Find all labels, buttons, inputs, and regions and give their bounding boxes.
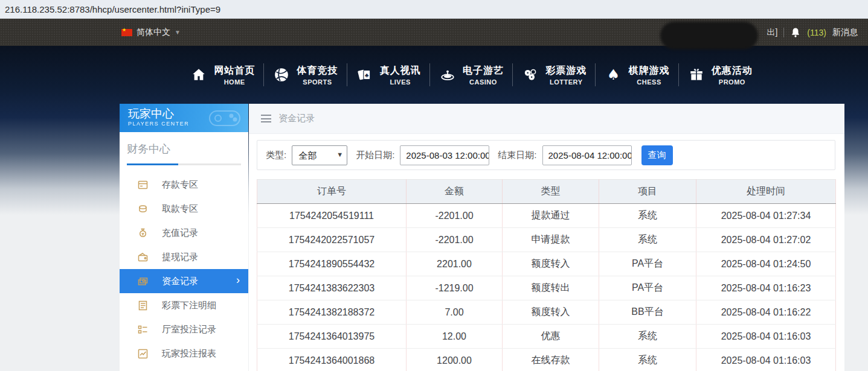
cards-icon: ♣ (356, 67, 374, 83)
table-cell: 额度转入 (503, 300, 599, 325)
table-cell: 2025-08-04 01:27:34 (696, 204, 836, 228)
withdraw-icon (137, 204, 149, 214)
spade-icon: ♠ (605, 68, 623, 82)
message-count[interactable]: (113) (807, 28, 826, 37)
sidebar-item-label: 提现记录 (162, 252, 198, 263)
nav-item-casino[interactable]: 电子游艺CASINO (430, 58, 512, 92)
table-cell: 12.00 (407, 325, 503, 349)
new-messages-link[interactable]: 新消息 (832, 27, 858, 38)
language-selector[interactable]: 简体中文 ▼ (121, 19, 181, 46)
table-cell: 2025-08-04 01:27:02 (696, 228, 836, 252)
nav-item-sports[interactable]: 体育竞技SPORTS (264, 58, 346, 92)
table-row: 175424136401397512.00优惠系统2025-08-04 01:1… (257, 325, 836, 349)
cashout-icon (137, 252, 149, 262)
home-icon (190, 67, 208, 83)
nav-label-cn: 彩票游戏 (545, 65, 587, 77)
chevron-right-icon: › (236, 274, 240, 285)
sidebar-item-betting-record[interactable]: 厅室投注记录 (120, 317, 248, 341)
table-cell: 系统 (599, 204, 696, 228)
nav-label-en: CHESS (637, 78, 661, 86)
topbar-divider (783, 28, 784, 37)
table-row: 1754242054519111-2201.00提款通过系统2025-08-04… (257, 204, 836, 228)
nav-label-en: PROMO (719, 78, 745, 86)
table-cell: -2201.00 (407, 204, 503, 228)
sidebar-item-funds[interactable]: 资金记录› (120, 269, 248, 293)
sidebar-menu: 存款专区取款专区充值记录提现记录资金记录›彩票下注明细厅室投注记录玩家投注报表优… (120, 173, 248, 371)
table-row: 1754241383622303-1219.00额度转出PA平台2025-08-… (257, 276, 836, 300)
table-cell: 7.00 (407, 300, 503, 325)
table-header-row: 订单号金额类型项目处理时间 (257, 180, 836, 204)
sidebar-item-deposit[interactable]: 存款专区 (120, 173, 248, 197)
sidebar-item-report[interactable]: 玩家投注报表 (120, 341, 248, 366)
nav-item-chess[interactable]: ♠棋牌游戏CHESS (596, 58, 678, 92)
nav-label-en: LIVES (390, 78, 411, 86)
table-cell: 1754241890554432 (257, 252, 407, 276)
table-row: 17542413821883727.00额度转入BB平台2025-08-04 0… (257, 300, 836, 325)
language-label: 简体中文 (137, 27, 170, 38)
end-date-input[interactable] (542, 145, 632, 165)
sidebar-item-lottery-detail[interactable]: 彩票下注明细 (120, 293, 248, 317)
filter-bar: 类型: 全部 ▼ 开始日期: 结束日期: 查询 (257, 140, 835, 170)
nav-item-lottery[interactable]: 彩票游戏LOTTERY (513, 58, 595, 92)
column-header: 订单号 (257, 180, 407, 204)
sports-icon (272, 67, 291, 83)
table-cell: 系统 (599, 325, 696, 349)
lottery-detail-icon (137, 300, 149, 311)
sidebar-item-promo-apply[interactable]: 优惠申请 (120, 366, 248, 371)
table-cell: 1754241364001868 (257, 349, 407, 371)
main-nav: 网站首页HOME体育竞技SPORTS♣真人视讯LIVES电子游艺CASINO彩票… (181, 58, 761, 92)
search-button[interactable]: 查询 (641, 145, 673, 165)
deposit-icon (137, 180, 149, 190)
nav-item-promo[interactable]: 优惠活动PROMO (679, 58, 761, 92)
nav-item-home[interactable]: 网站首页HOME (181, 58, 263, 92)
chevron-down-icon: ▼ (175, 29, 181, 36)
sidebar-section-underline (127, 163, 241, 165)
table-cell: 系统 (599, 349, 696, 371)
roulette-icon (439, 67, 457, 83)
table-cell: 提款通过 (503, 204, 599, 228)
hamburger-icon[interactable] (261, 115, 271, 122)
end-date-label: 结束日期: (498, 150, 536, 161)
recharge-icon (137, 228, 149, 238)
bell-icon[interactable] (790, 27, 801, 38)
sidebar-item-cashout[interactable]: 提现记录 (120, 245, 248, 269)
table-cell: 1754241382188372 (257, 300, 407, 325)
logout-link[interactable]: 出] (767, 27, 777, 38)
table-cell: BB平台 (599, 300, 696, 325)
table-cell: 在线存款 (503, 349, 599, 371)
main-panel: 资金记录 类型: 全部 ▼ 开始日期: 结束日期: 查询 订单号 (249, 104, 844, 371)
table-cell: 2025-08-04 01:24:50 (696, 252, 836, 276)
table-cell: PA平台 (599, 252, 696, 276)
nav-label-en: SPORTS (303, 78, 332, 86)
gamepad-icon (206, 106, 243, 132)
app: 216.118.235.52:8783/hhcp/usercenter.html… (0, 0, 868, 371)
gift-icon (687, 67, 706, 83)
type-select[interactable]: 全部 (292, 145, 347, 165)
nav-label-cn: 体育竞技 (297, 65, 338, 77)
nav-item-lives[interactable]: ♣真人视讯LIVES (347, 58, 429, 92)
table-cell: 2025-08-04 01:16:22 (696, 300, 836, 325)
page-url: 216.118.235.52:8783/hhcp/usercenter.html… (5, 4, 220, 14)
table-cell: 2025-08-04 01:16:03 (696, 349, 836, 371)
start-date-label: 开始日期: (356, 150, 394, 161)
sidebar-item-label: 厅室投注记录 (162, 324, 216, 335)
sidebar-item-withdraw[interactable]: 取款专区 (120, 197, 248, 221)
column-header: 处理时间 (696, 180, 836, 204)
start-date-input[interactable] (400, 145, 489, 165)
table-cell: 1200.00 (407, 349, 503, 371)
nav-label-cn: 优惠活动 (712, 65, 753, 77)
browser-url-bar[interactable]: 216.118.235.52:8783/hhcp/usercenter.html… (0, 0, 868, 19)
sidebar-item-label: 彩票下注明细 (162, 300, 216, 311)
china-flag-icon (121, 29, 132, 36)
nav-label-cn: 棋牌游戏 (629, 65, 670, 77)
table-row: 17542418905544322201.00额度转入PA平台2025-08-0… (257, 252, 836, 276)
table-cell: PA平台 (599, 276, 696, 300)
topbar: 简体中文 ▼ 出] (113) 新消息 (0, 19, 868, 46)
funds-icon (137, 276, 149, 287)
nav-label-en: HOME (224, 78, 245, 86)
sidebar-item-recharge[interactable]: 充值记录 (120, 221, 248, 245)
nav-label-en: CASINO (469, 78, 497, 86)
sidebar-item-label: 资金记录 (162, 276, 198, 287)
funds-table: 订单号金额类型项目处理时间 1754242054519111-2201.00提款… (257, 179, 836, 371)
table-cell: 1754242022571057 (257, 228, 407, 252)
